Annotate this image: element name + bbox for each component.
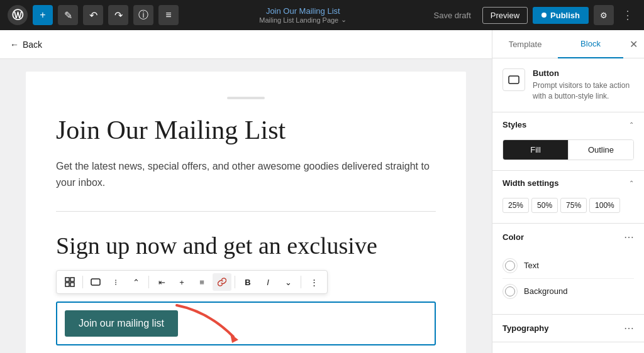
- page-subtitle[interactable]: Mailing List Landing Page ⌄: [259, 16, 347, 24]
- wp-logo[interactable]: Ⓦ: [8, 5, 28, 25]
- svg-rect-6: [509, 76, 519, 84]
- toolbar-separator-2: [148, 276, 149, 288]
- canvas: Join Our Mailing List Get the latest new…: [26, 72, 466, 353]
- main-layout: ← Back Join Our Mailing List Get the lat…: [0, 30, 644, 353]
- info-button[interactable]: ⓘ: [133, 5, 153, 25]
- italic-button[interactable]: I: [258, 273, 277, 291]
- drag-handle[interactable]: ⁝: [106, 273, 125, 291]
- preview-button[interactable]: Preview: [482, 7, 528, 24]
- button-block-wrapper: Join our mailing list: [56, 301, 436, 345]
- svg-rect-2: [65, 283, 69, 286]
- color-more-options-button[interactable]: ⋯: [624, 231, 634, 243]
- editor-area: ← Back Join Our Mailing List Get the lat…: [0, 30, 492, 353]
- toolbar-separator-3: [235, 276, 235, 288]
- toolbar-center: Join Our Mailing List Mailing List Landi…: [184, 6, 423, 24]
- background-color-label: Background: [524, 286, 567, 296]
- link-button[interactable]: [213, 273, 231, 291]
- width-100-button[interactable]: 100%: [589, 198, 620, 213]
- width-content: 25% 50% 75% 100%: [492, 195, 644, 223]
- more-options-button[interactable]: ⋮: [619, 6, 636, 24]
- width-25-button[interactable]: 25%: [502, 198, 529, 213]
- toolbar-separator-1: [82, 276, 83, 288]
- publish-dot: [541, 13, 547, 18]
- text-color-swatch: [505, 261, 515, 271]
- fill-style-button[interactable]: Fill: [503, 140, 568, 160]
- width-title: Width settings: [502, 178, 558, 188]
- styles-content: Fill Outline: [492, 137, 644, 170]
- section-heading: Sign up now and get an exclusive: [56, 232, 436, 261]
- typography-title: Typography: [502, 323, 548, 333]
- background-color-swatch: [505, 286, 515, 296]
- block-toolbar: ⁝ ⌃ ⇤ + ≡ B I ⌄ ⋮: [56, 270, 328, 294]
- background-color-option[interactable]: Background: [502, 279, 634, 304]
- page-heading: Join Our Mailing List: [56, 114, 436, 146]
- text-color-circle: [502, 258, 518, 273]
- sidebar-close-button[interactable]: ✕: [623, 33, 644, 55]
- width-buttons: 25% 50% 75% 100%: [502, 198, 634, 213]
- list-view-button[interactable]: ≡: [158, 5, 179, 25]
- color-title: Color: [502, 232, 524, 242]
- more-rich-text[interactable]: ⌄: [279, 273, 297, 291]
- styles-chevron-icon: ⌃: [629, 121, 634, 128]
- svg-rect-0: [65, 278, 69, 281]
- canvas-handle: [227, 97, 265, 99]
- publish-button[interactable]: Publish: [533, 7, 589, 24]
- toolbar-separator-4: [301, 276, 301, 288]
- svg-rect-1: [70, 278, 74, 281]
- toolbar-right: Save draft Preview Publish ⚙ ⋮: [428, 5, 636, 25]
- back-button[interactable]: ← Back: [10, 40, 42, 50]
- typography-header[interactable]: Typography ⋯: [492, 315, 644, 342]
- mailing-list-button[interactable]: Join our mailing list: [65, 310, 178, 337]
- sidebar-tabs: Template Block ✕: [492, 30, 644, 58]
- block-type-switcher[interactable]: [60, 273, 79, 291]
- width-75-button[interactable]: 75%: [560, 198, 587, 213]
- bold-button[interactable]: B: [238, 273, 257, 291]
- tools-button[interactable]: ✎: [58, 5, 78, 25]
- block-info: Button Prompt visitors to take action wi…: [492, 58, 644, 112]
- background-color-circle: [502, 284, 518, 299]
- top-toolbar: Ⓦ + ✎ ↶ ↷ ⓘ ≡ Join Our Mailing List Mail…: [0, 0, 644, 30]
- outline-style-button[interactable]: Outline: [568, 140, 633, 160]
- back-bar: ← Back: [0, 30, 492, 59]
- width-section-header[interactable]: Width settings ⌃: [492, 171, 644, 195]
- text-color-option[interactable]: Text: [502, 253, 634, 278]
- redo-button[interactable]: ↷: [108, 5, 128, 25]
- right-sidebar: Template Block ✕ Button Prompt visitors …: [492, 30, 644, 353]
- align-left-button[interactable]: ⇤: [152, 273, 171, 291]
- back-arrow-icon: ←: [10, 40, 19, 50]
- styles-section-header[interactable]: Styles ⌃: [492, 112, 644, 137]
- block-options-button[interactable]: ⋮: [304, 273, 323, 291]
- color-section-header[interactable]: Color ⋯: [492, 224, 644, 251]
- block-description: Prompt visitors to take action with a bu…: [533, 80, 634, 102]
- block-info-text: Button Prompt visitors to take action wi…: [533, 68, 634, 102]
- width-50-button[interactable]: 50%: [531, 198, 558, 213]
- add-block-button[interactable]: +: [33, 5, 53, 25]
- typography-more-options-button[interactable]: ⋯: [624, 322, 634, 334]
- styles-section: Styles ⌃ Fill Outline: [492, 112, 644, 171]
- move-up-button[interactable]: ⌃: [126, 273, 145, 291]
- justify-button[interactable]: ≡: [192, 273, 211, 291]
- settings-button[interactable]: ⚙: [594, 5, 614, 25]
- text-color-label: Text: [524, 261, 539, 270]
- styles-title: Styles: [502, 120, 526, 129]
- tab-template[interactable]: Template: [492, 31, 558, 58]
- page-description: Get the latest news, special offers, and…: [56, 158, 436, 190]
- button-icon-toggle[interactable]: [86, 273, 105, 291]
- typography-section: Typography ⋯: [492, 315, 644, 342]
- section-divider: [56, 211, 436, 212]
- add-item-button[interactable]: +: [172, 273, 191, 291]
- tab-block[interactable]: Block: [558, 30, 623, 58]
- page-title-link[interactable]: Join Our Mailing List: [266, 6, 340, 16]
- svg-rect-4: [91, 279, 100, 285]
- width-section: Width settings ⌃ 25% 50% 75% 100%: [492, 171, 644, 224]
- canvas-wrapper: Join Our Mailing List Get the latest new…: [0, 59, 492, 353]
- color-section: Color ⋯ Text Background: [492, 224, 644, 315]
- style-toggle: Fill Outline: [502, 139, 634, 160]
- save-draft-button[interactable]: Save draft: [428, 7, 477, 24]
- block-name: Button: [533, 68, 634, 78]
- color-content: Text Background: [492, 251, 644, 314]
- block-type-icon: [502, 68, 525, 91]
- undo-button[interactable]: ↶: [83, 5, 103, 25]
- svg-rect-3: [70, 283, 74, 286]
- width-chevron-icon: ⌃: [629, 180, 634, 187]
